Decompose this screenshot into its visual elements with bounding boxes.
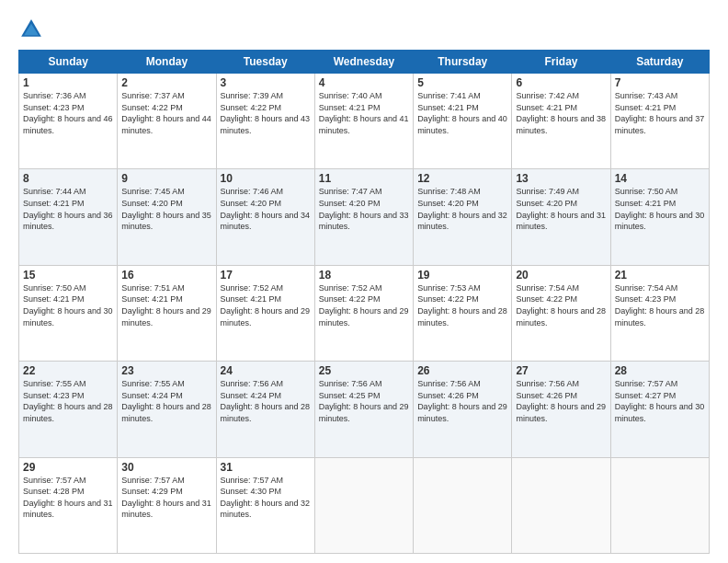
header — [18, 17, 710, 42]
calendar-cell — [610, 457, 709, 553]
day-number: 12 — [417, 172, 507, 185]
day-info: Sunrise: 7:56 AM Sunset: 4:25 PM Dayligh… — [319, 378, 409, 424]
day-info: Sunrise: 7:57 AM Sunset: 4:29 PM Dayligh… — [121, 475, 211, 521]
calendar-cell: 25 Sunrise: 7:56 AM Sunset: 4:25 PM Dayl… — [314, 362, 413, 457]
day-number: 28 — [615, 364, 705, 377]
day-info: Sunrise: 7:49 AM Sunset: 4:20 PM Dayligh… — [516, 186, 606, 232]
day-number: 7 — [615, 76, 705, 89]
calendar-cell: 16 Sunrise: 7:51 AM Sunset: 4:21 PM Dayl… — [118, 265, 216, 361]
day-info: Sunrise: 7:46 AM Sunset: 4:20 PM Dayligh… — [221, 186, 311, 232]
calendar-cell: 3 Sunrise: 7:39 AM Sunset: 4:22 PM Dayli… — [216, 74, 314, 169]
calendar-cell: 30 Sunrise: 7:57 AM Sunset: 4:29 PM Dayl… — [118, 457, 216, 553]
logo-icon — [18, 17, 44, 42]
day-number: 27 — [516, 364, 606, 377]
day-number: 1 — [23, 76, 113, 89]
calendar-cell — [512, 457, 610, 553]
col-sunday: Sunday — [19, 51, 118, 74]
calendar-cell: 21 Sunrise: 7:54 AM Sunset: 4:23 PM Dayl… — [610, 265, 709, 361]
calendar-cell: 26 Sunrise: 7:56 AM Sunset: 4:26 PM Dayl… — [414, 362, 512, 457]
calendar-cell: 19 Sunrise: 7:53 AM Sunset: 4:22 PM Dayl… — [414, 265, 512, 361]
day-info: Sunrise: 7:57 AM Sunset: 4:27 PM Dayligh… — [615, 378, 705, 424]
day-number: 15 — [23, 269, 113, 282]
calendar-cell: 11 Sunrise: 7:47 AM Sunset: 4:20 PM Dayl… — [314, 169, 413, 265]
calendar-cell: 7 Sunrise: 7:43 AM Sunset: 4:21 PM Dayli… — [610, 74, 709, 169]
col-monday: Monday — [118, 51, 216, 74]
day-info: Sunrise: 7:45 AM Sunset: 4:20 PM Dayligh… — [121, 186, 211, 232]
day-info: Sunrise: 7:56 AM Sunset: 4:26 PM Dayligh… — [417, 378, 507, 424]
day-info: Sunrise: 7:39 AM Sunset: 4:22 PM Dayligh… — [221, 90, 311, 136]
calendar-cell: 24 Sunrise: 7:56 AM Sunset: 4:24 PM Dayl… — [216, 362, 314, 457]
day-info: Sunrise: 7:43 AM Sunset: 4:21 PM Dayligh… — [615, 90, 705, 136]
day-number: 11 — [319, 172, 409, 185]
calendar-cell — [314, 457, 413, 553]
calendar-cell: 29 Sunrise: 7:57 AM Sunset: 4:28 PM Dayl… — [19, 457, 118, 553]
day-number: 26 — [417, 364, 507, 377]
col-friday: Friday — [512, 51, 610, 74]
day-number: 5 — [417, 76, 507, 89]
day-number: 30 — [121, 461, 211, 474]
day-number: 31 — [221, 461, 311, 474]
calendar-cell: 12 Sunrise: 7:48 AM Sunset: 4:20 PM Dayl… — [414, 169, 512, 265]
calendar-cell: 18 Sunrise: 7:52 AM Sunset: 4:22 PM Dayl… — [314, 265, 413, 361]
day-info: Sunrise: 7:54 AM Sunset: 4:22 PM Dayligh… — [516, 282, 606, 328]
calendar-cell: 31 Sunrise: 7:57 AM Sunset: 4:30 PM Dayl… — [216, 457, 314, 553]
day-number: 9 — [121, 172, 211, 185]
col-saturday: Saturday — [610, 51, 709, 74]
day-number: 23 — [121, 364, 211, 377]
day-info: Sunrise: 7:36 AM Sunset: 4:23 PM Dayligh… — [23, 90, 113, 136]
calendar-cell: 8 Sunrise: 7:44 AM Sunset: 4:21 PM Dayli… — [19, 169, 118, 265]
day-number: 10 — [221, 172, 311, 185]
col-wednesday: Wednesday — [314, 51, 413, 74]
day-number: 29 — [23, 461, 113, 474]
calendar-cell: 23 Sunrise: 7:55 AM Sunset: 4:24 PM Dayl… — [118, 362, 216, 457]
day-info: Sunrise: 7:50 AM Sunset: 4:21 PM Dayligh… — [615, 186, 705, 232]
day-info: Sunrise: 7:48 AM Sunset: 4:20 PM Dayligh… — [417, 186, 507, 232]
calendar-cell: 6 Sunrise: 7:42 AM Sunset: 4:21 PM Dayli… — [512, 74, 610, 169]
calendar-page: Sunday Monday Tuesday Wednesday Thursday… — [0, 0, 728, 563]
day-number: 19 — [417, 269, 507, 282]
day-number: 13 — [516, 172, 606, 185]
day-number: 20 — [516, 269, 606, 282]
day-number: 16 — [121, 269, 211, 282]
logo — [18, 17, 48, 42]
day-info: Sunrise: 7:44 AM Sunset: 4:21 PM Dayligh… — [23, 186, 113, 232]
calendar-cell: 13 Sunrise: 7:49 AM Sunset: 4:20 PM Dayl… — [512, 169, 610, 265]
calendar-cell: 15 Sunrise: 7:50 AM Sunset: 4:21 PM Dayl… — [19, 265, 118, 361]
day-info: Sunrise: 7:51 AM Sunset: 4:21 PM Dayligh… — [121, 282, 211, 328]
calendar-cell: 9 Sunrise: 7:45 AM Sunset: 4:20 PM Dayli… — [118, 169, 216, 265]
day-info: Sunrise: 7:47 AM Sunset: 4:20 PM Dayligh… — [319, 186, 409, 232]
col-tuesday: Tuesday — [216, 51, 314, 74]
calendar-header-row: Sunday Monday Tuesday Wednesday Thursday… — [19, 51, 710, 74]
calendar-cell: 17 Sunrise: 7:52 AM Sunset: 4:21 PM Dayl… — [216, 265, 314, 361]
day-info: Sunrise: 7:52 AM Sunset: 4:21 PM Dayligh… — [221, 282, 311, 328]
calendar-cell: 10 Sunrise: 7:46 AM Sunset: 4:20 PM Dayl… — [216, 169, 314, 265]
day-info: Sunrise: 7:42 AM Sunset: 4:21 PM Dayligh… — [516, 90, 606, 136]
day-number: 3 — [221, 76, 311, 89]
calendar-week-row: 22 Sunrise: 7:55 AM Sunset: 4:23 PM Dayl… — [19, 362, 710, 457]
day-number: 21 — [615, 269, 705, 282]
day-info: Sunrise: 7:56 AM Sunset: 4:24 PM Dayligh… — [221, 378, 311, 424]
day-info: Sunrise: 7:54 AM Sunset: 4:23 PM Dayligh… — [615, 282, 705, 328]
calendar-cell — [414, 457, 512, 553]
calendar-cell: 27 Sunrise: 7:56 AM Sunset: 4:26 PM Dayl… — [512, 362, 610, 457]
day-info: Sunrise: 7:50 AM Sunset: 4:21 PM Dayligh… — [23, 282, 113, 328]
day-info: Sunrise: 7:52 AM Sunset: 4:22 PM Dayligh… — [319, 282, 409, 328]
day-info: Sunrise: 7:41 AM Sunset: 4:21 PM Dayligh… — [417, 90, 507, 136]
day-info: Sunrise: 7:40 AM Sunset: 4:21 PM Dayligh… — [319, 90, 409, 136]
day-info: Sunrise: 7:57 AM Sunset: 4:30 PM Dayligh… — [221, 475, 311, 521]
day-info: Sunrise: 7:57 AM Sunset: 4:28 PM Dayligh… — [23, 475, 113, 521]
calendar-cell: 22 Sunrise: 7:55 AM Sunset: 4:23 PM Dayl… — [19, 362, 118, 457]
day-number: 8 — [23, 172, 113, 185]
calendar-table: Sunday Monday Tuesday Wednesday Thursday… — [18, 50, 710, 554]
day-number: 22 — [23, 364, 113, 377]
calendar-cell: 5 Sunrise: 7:41 AM Sunset: 4:21 PM Dayli… — [414, 74, 512, 169]
day-info: Sunrise: 7:55 AM Sunset: 4:23 PM Dayligh… — [23, 378, 113, 424]
calendar-week-row: 1 Sunrise: 7:36 AM Sunset: 4:23 PM Dayli… — [19, 74, 710, 169]
day-number: 24 — [221, 364, 311, 377]
day-info: Sunrise: 7:56 AM Sunset: 4:26 PM Dayligh… — [516, 378, 606, 424]
col-thursday: Thursday — [414, 51, 512, 74]
calendar-week-row: 29 Sunrise: 7:57 AM Sunset: 4:28 PM Dayl… — [19, 457, 710, 553]
day-number: 6 — [516, 76, 606, 89]
day-number: 25 — [319, 364, 409, 377]
day-number: 17 — [221, 269, 311, 282]
